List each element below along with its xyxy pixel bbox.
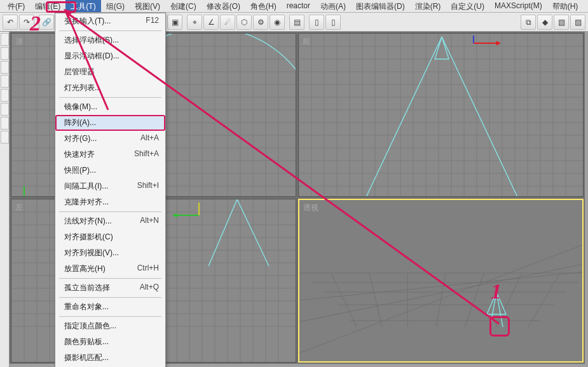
left-tool-button[interactable] [1,103,9,116]
menu-item[interactable]: 选择浮动框(S)... [55,32,165,48]
menu-item-label: 层管理器 [64,67,95,77]
toolbar-button[interactable]: ▯ [309,15,324,30]
menu-item[interactable]: 渲染(R) [410,0,446,12]
menu-item[interactable]: 对齐(G)...Alt+A [55,131,165,147]
menu-item-label: 重命名对象... [64,302,109,312]
annotation-number-1: 1 [491,279,502,304]
viewport-label: 透视 [303,203,318,213]
menu-item-label: 摄影机匹配... [64,352,109,363]
left-tool-button[interactable] [1,117,9,130]
menu-item[interactable]: 颜色剪贴板... [55,334,165,350]
menu-item[interactable]: 自定义(U) [446,0,489,12]
annotation-menu-highlight [46,1,76,13]
menu-item[interactable]: 孤立当前选择Alt+Q [55,280,165,296]
menu-separator [59,211,161,212]
menu-separator [59,30,161,31]
menu-item[interactable]: 克隆并对齐... [55,194,165,210]
menu-item[interactable]: 法线对齐(N)...Alt+N [55,213,165,229]
menu-item[interactable]: 帮助(H) [547,0,584,12]
menu-item[interactable]: 显示浮动框(D)... [55,48,165,64]
menu-item[interactable]: 层管理器 [55,64,165,80]
menu-item[interactable]: 对齐到视图(V)... [55,245,165,261]
viewport-label: 前 [303,36,310,47]
menu-item[interactable]: reactor [282,0,315,12]
menu-item[interactable]: MAXScript(M) [489,0,547,12]
menu-item-shortcut: Alt+Q [140,283,159,293]
menu-item-shortcut: Alt+A [140,133,159,144]
menu-item-label: 法线对齐(N)... [64,216,112,227]
menu-separator [59,278,161,279]
menu-item[interactable]: 间隔工具(I)...Shift+I [55,178,165,194]
toolbar-separator [286,15,288,30]
toolbar-link-icon[interactable]: 🔗 [39,15,54,30]
menu-item-label: 颜色剪贴板... [64,337,109,347]
menu-item-label: 克隆并对齐... [64,197,109,208]
menu-item-label: 显示浮动框(D)... [64,51,120,62]
menu-item-label: 对齐摄影机(C) [64,232,113,243]
left-tool-button[interactable] [1,89,9,102]
left-tool-button[interactable] [1,47,9,60]
toolbar-button[interactable]: ☄ [220,15,235,30]
menu-item[interactable]: 快照(P)... [55,163,165,178]
menu-item-label: 对齐到视图(V)... [64,248,119,258]
left-tool-button[interactable] [1,75,9,88]
menu-item[interactable]: 图表编辑器(D) [351,0,410,12]
menu-item-shortcut: Shift+A [134,149,159,160]
menu-item[interactable]: 镜像(M)... [55,99,165,115]
menu-item[interactable]: 组(G) [101,0,130,12]
menu-item[interactable]: 修改器(O) [202,0,245,12]
menu-item-shortcut: Shift+I [137,181,159,192]
annotation-highlight-box [489,316,510,337]
toolbar-button[interactable]: ▧ [554,15,569,30]
viewport-front[interactable]: 前 [298,33,584,197]
toolbar-layers-icon[interactable]: ▤ [289,15,304,30]
toolbar-undo-icon[interactable]: ↶ [3,15,18,30]
menu-item[interactable]: 放置高光(H)Ctrl+H [55,261,165,277]
toolbar-mirror-icon[interactable]: ⧉ [521,15,536,30]
menu-separator [59,97,161,98]
toolbar-snap-icon[interactable]: ⌖ [187,15,202,30]
viewport-label: 顶 [15,36,23,47]
left-toolbar [0,32,10,367]
menu-item[interactable]: 摄影机匹配... [55,350,165,366]
annotation-number-2: 2 [30,11,41,36]
menu-item[interactable]: 视图(V) [130,0,165,12]
toolbar-button[interactable]: ◉ [270,15,285,30]
toolbar-pivot-icon[interactable]: ▣ [167,15,182,30]
menu-item[interactable]: 阵列(A)... [55,115,165,131]
menu-item[interactable]: 角色(H) [245,0,282,12]
viewport-label: 左 [15,202,23,213]
menu-item-label: 快速对齐 [64,149,95,160]
menu-item-label: 变换输入(T)... [64,16,111,27]
menu-item[interactable]: 件(F) [3,0,30,12]
left-tool-button[interactable] [1,61,9,74]
toolbar-align-icon[interactable]: ◆ [537,15,552,30]
toolbar-button[interactable]: ▯ [325,15,341,30]
menu-item-label: 间隔工具(I)... [64,181,108,192]
toolbar-button[interactable]: ⬡ [236,15,252,30]
viewport-perspective[interactable]: 透视 [298,199,584,363]
menu-item[interactable]: 创建(C) [165,0,202,12]
menu-item[interactable]: 重命名对象... [55,299,165,315]
menu-item[interactable]: 快速对齐Shift+A [55,147,165,163]
left-tool-button[interactable] [1,131,9,143]
menu-item-label: 对齐(G)... [64,133,97,144]
menu-item-shortcut: Ctrl+H [137,264,159,274]
left-tool-button[interactable] [1,33,9,46]
toolbar-button[interactable]: ⚙ [253,15,268,30]
toolbar-button[interactable]: ▨ [570,15,585,30]
toolbar-separator [306,15,308,30]
menu-item-label: 灯光列表... [64,83,101,93]
menu-item[interactable]: 变换输入(T)...F12 [55,13,165,29]
menu-item[interactable]: 灯光列表... [55,80,165,96]
menu-item[interactable]: 指定顶点颜色... [55,318,165,334]
menu-item-label: 指定顶点颜色... [64,321,116,331]
menu-separator [59,297,161,298]
menubar: 件(F)编辑(E)工具(T)组(G)视图(V)创建(C)修改器(O)角色(H)r… [0,0,588,13]
toolbar-angle-icon[interactable]: ∠ [203,15,219,30]
menu-item-label: 镜像(M)... [64,102,97,112]
menu-item[interactable]: 对齐摄影机(C) [55,229,165,245]
menu-separator [59,316,161,317]
menu-item-shortcut: F12 [146,16,159,27]
menu-item[interactable]: 动画(A) [315,0,351,12]
